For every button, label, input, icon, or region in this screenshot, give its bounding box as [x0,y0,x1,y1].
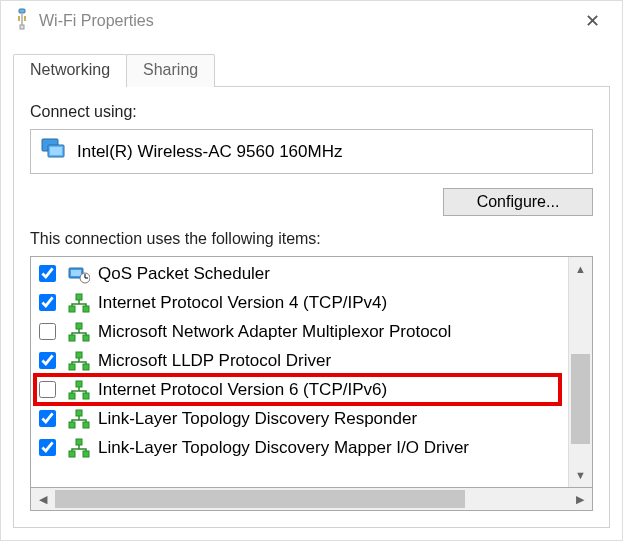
items-label: This connection uses the following items… [30,230,593,248]
protocol-icon [68,322,90,342]
hscroll-track[interactable] [55,488,568,510]
item-checkbox[interactable] [39,294,56,311]
svg-rect-1 [21,13,23,25]
list-item[interactable]: QoS Packet Scheduler [31,259,568,288]
svg-rect-24 [69,422,75,428]
svg-rect-0 [19,9,25,13]
hscroll-thumb[interactable] [55,490,465,508]
titlebar: Wi-Fi Properties ✕ [1,1,622,41]
close-button[interactable]: ✕ [575,6,610,36]
scroll-right-arrow-icon[interactable]: ▶ [568,488,592,510]
list-item[interactable]: Internet Protocol Version 6 (TCP/IPv6) [31,375,568,404]
adapter-name: Intel(R) Wireless-AC 9560 160MHz [77,142,342,162]
svg-rect-13 [83,306,89,312]
list-item[interactable]: Microsoft Network Adapter Multiplexor Pr… [31,317,568,346]
svg-rect-15 [69,335,75,341]
adapter-box[interactable]: Intel(R) Wireless-AC 9560 160MHz [30,129,593,174]
protocol-icon [68,351,90,371]
svg-rect-16 [83,335,89,341]
item-label: Link-Layer Topology Discovery Mapper I/O… [98,438,469,458]
item-checkbox[interactable] [39,352,56,369]
svg-rect-17 [76,352,82,358]
item-label: Link-Layer Topology Discovery Responder [98,409,417,429]
horizontal-scrollbar[interactable]: ◀ ▶ [30,487,593,511]
svg-rect-18 [69,364,75,370]
scroll-down-arrow-icon[interactable]: ▼ [569,463,592,487]
svg-rect-20 [76,381,82,387]
svg-rect-21 [69,393,75,399]
svg-rect-14 [76,323,82,329]
app-icon [13,8,31,34]
list-item[interactable]: Microsoft LLDP Protocol Driver [31,346,568,375]
svg-rect-26 [76,439,82,445]
svg-rect-3 [24,16,26,21]
svg-rect-7 [50,147,62,155]
scroll-up-arrow-icon[interactable]: ▲ [569,257,592,281]
connect-using-label: Connect using: [30,103,593,121]
vscroll-track[interactable] [569,281,592,463]
list-item[interactable]: Link-Layer Topology Discovery Responder [31,404,568,433]
item-checkbox[interactable] [39,265,56,282]
svg-rect-22 [83,393,89,399]
item-label: Microsoft LLDP Protocol Driver [98,351,331,371]
svg-rect-2 [18,16,20,21]
vertical-scrollbar[interactable]: ▲ ▼ [568,257,592,487]
svg-rect-11 [76,294,82,300]
protocol-icon [68,380,90,400]
svg-rect-12 [69,306,75,312]
svg-rect-27 [69,451,75,457]
tabpage-networking: Connect using: Intel(R) Wireless-AC 9560… [13,87,610,528]
configure-button[interactable]: Configure... [443,188,593,216]
svg-rect-28 [83,451,89,457]
item-label: Internet Protocol Version 6 (TCP/IPv6) [98,380,387,400]
item-label: QoS Packet Scheduler [98,264,270,284]
client-area: Networking Sharing Connect using: Intel(… [1,41,622,540]
svg-rect-4 [20,25,24,29]
svg-rect-19 [83,364,89,370]
list-item[interactable]: Link-Layer Topology Discovery Mapper I/O… [31,433,568,462]
network-adapter-icon [41,138,67,165]
item-checkbox[interactable] [39,381,56,398]
wifi-properties-window: Wi-Fi Properties ✕ Networking Sharing Co… [0,0,623,541]
item-label: Internet Protocol Version 4 (TCP/IPv4) [98,293,387,313]
qos-icon [68,264,90,284]
tabstrip: Networking Sharing [13,51,610,87]
tab-networking[interactable]: Networking [13,54,127,87]
svg-rect-25 [83,422,89,428]
svg-rect-9 [71,270,81,276]
tab-sharing[interactable]: Sharing [126,54,215,87]
vscroll-thumb[interactable] [571,354,590,444]
protocol-icon [68,438,90,458]
scroll-left-arrow-icon[interactable]: ◀ [31,488,55,510]
connection-items-listbox[interactable]: QoS Packet SchedulerInternet Protocol Ve… [30,256,593,488]
item-checkbox[interactable] [39,323,56,340]
svg-rect-23 [76,410,82,416]
item-checkbox[interactable] [39,439,56,456]
item-label: Microsoft Network Adapter Multiplexor Pr… [98,322,451,342]
protocol-icon [68,293,90,313]
protocol-icon [68,409,90,429]
item-checkbox[interactable] [39,410,56,427]
window-title: Wi-Fi Properties [39,12,575,30]
list-item[interactable]: Internet Protocol Version 4 (TCP/IPv4) [31,288,568,317]
